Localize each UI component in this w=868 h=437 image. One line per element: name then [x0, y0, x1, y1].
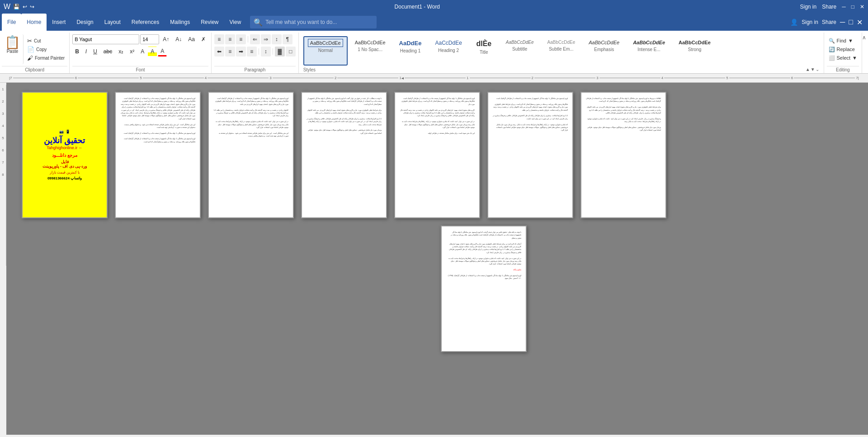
underline-button[interactable]: U: [90, 47, 100, 56]
clear-format-button[interactable]: ✗: [198, 34, 208, 44]
menu-item-references[interactable]: References: [126, 14, 165, 31]
decrease-indent-button[interactable]: ⇐: [250, 34, 260, 44]
menu-item-mailings[interactable]: Mailings: [165, 14, 195, 31]
quick-access-redo[interactable]: ↪: [30, 4, 34, 10]
ad-title: تحقیق آنلاین: [44, 136, 85, 146]
highlight-button[interactable]: A: [148, 47, 157, 56]
search-bar[interactable]: 🔍: [250, 16, 377, 28]
paragraph-group: ≡ ≡ ≡ ⇐ ⇒ ↕ ¶ ⬅ ≡ ➡ ≡ ↕ ▓ □ Paragraph: [212, 33, 299, 73]
style-intense-em[interactable]: AaBbCcDdEe Intense E...: [627, 36, 671, 66]
close-icon[interactable]: ✕: [860, 4, 864, 10]
format-painter-button[interactable]: 🖌 Format Painter: [24, 54, 67, 62]
page-3[interactable]: لورم ایپسوم متن ساختگی با تولید سادگی نا…: [208, 92, 294, 218]
font-size-input[interactable]: [140, 34, 159, 44]
align-left-button[interactable]: ⬅: [214, 47, 224, 56]
page-2[interactable]: لورم ایپسوم متن ساختگی با تولید سادگی نا…: [115, 92, 201, 218]
menu-item-file[interactable]: File: [2, 14, 21, 31]
page-7[interactable]: اطلاعات مربوط به لورم ایپسوم متن ساختگی …: [580, 92, 666, 218]
paste-button[interactable]: 📋 Paste: [2, 34, 24, 64]
ad-subtitle: مرجع دانلـــود: [52, 153, 77, 158]
collapse-icon[interactable]: ∧: [862, 34, 866, 41]
ruler-mark: [78, 78, 139, 78]
page-8[interactable]: با توجه به یافته های تحقیق حاضر می توان …: [441, 226, 527, 352]
replace-button[interactable]: 🔄 Replace: [827, 46, 857, 53]
ruler-mark: 1: [467, 76, 468, 80]
style-subtitle[interactable]: AaBbCcDdEe Subtitle: [500, 36, 540, 66]
style-strong[interactable]: AaBbCcDdEe Strong: [672, 36, 717, 66]
editing-group: 🔍 Find ▼ 🔄 Replace ⬜ Select ▼ Editing: [824, 33, 862, 73]
quick-access-undo[interactable]: ↩: [23, 4, 27, 10]
font-shrink-button[interactable]: A↓: [173, 34, 184, 44]
find-button[interactable]: 🔍 Find ▼: [827, 37, 855, 45]
border-button[interactable]: □: [286, 47, 296, 56]
restore-icon[interactable]: □: [851, 4, 854, 10]
find-dropdown-icon[interactable]: ▼: [848, 38, 853, 43]
ad-service2: ورد-پی دی اف - پاورپوینت: [42, 164, 87, 169]
style-subtle-em[interactable]: AaBbCcDdEe Subtle Em...: [541, 36, 582, 66]
ruler-mark: [599, 78, 660, 78]
sign-in-link[interactable]: Sign in: [800, 4, 817, 10]
ruler-indent-left[interactable]: ◂: [401, 75, 404, 80]
subscript-button[interactable]: x₂: [116, 47, 126, 56]
font-color-button[interactable]: A: [158, 47, 167, 56]
minimize-btn[interactable]: ─: [840, 18, 845, 26]
sign-in-btn[interactable]: Sign in: [802, 19, 818, 25]
doc-area[interactable]: 📷 📱 تحقیق آنلاین Tahghighonline.ir ← مرج…: [6, 83, 868, 435]
font-name-input[interactable]: [72, 34, 139, 44]
minimize-icon[interactable]: ─: [842, 4, 846, 10]
align-right-button[interactable]: ➡: [236, 47, 246, 56]
menu-item-view[interactable]: View: [224, 14, 247, 31]
show-marks-button[interactable]: ¶: [283, 34, 292, 44]
ribbon-collapse-btn[interactable]: ∧: [862, 33, 868, 73]
styles-expand[interactable]: ⌄: [816, 67, 819, 72]
search-input[interactable]: [265, 19, 373, 25]
menu-item-layout[interactable]: Layout: [99, 14, 126, 31]
style-emphasis-label: Emphasis: [594, 47, 614, 52]
line-spacing-button[interactable]: ↕: [261, 47, 271, 56]
style-heading1[interactable]: AaDdEe Heading 1: [393, 36, 428, 66]
menu-item-home[interactable]: Home: [21, 14, 47, 31]
font-grow-button[interactable]: A↑: [160, 34, 172, 44]
italic-button[interactable]: I: [83, 47, 90, 56]
style-heading2[interactable]: AaCcDdEe Heading 2: [429, 36, 468, 66]
page-5[interactable]: لورم ایپسوم متن ساختگی با تولید سادگی نا…: [394, 92, 480, 218]
share-button[interactable]: Share: [822, 4, 836, 10]
ad-icon2: 📱: [66, 130, 70, 134]
select-dropdown-icon[interactable]: ▼: [852, 55, 857, 61]
superscript-button[interactable]: x²: [127, 47, 137, 56]
copy-button[interactable]: 📄 Copy: [24, 46, 67, 53]
text-effects-button[interactable]: A: [138, 47, 147, 56]
style-no-spacing[interactable]: AaBbCcDdEe 1 No Spac...: [349, 36, 392, 66]
share-btn[interactable]: Share: [822, 19, 836, 25]
style-title[interactable]: dlÈe Title: [469, 36, 499, 66]
ruler-mark: [794, 78, 855, 78]
menu-item-design[interactable]: Design: [71, 14, 99, 31]
page-6[interactable]: لورم ایپسوم متن ساختگی با تولید سادگی نا…: [487, 92, 573, 218]
page-1[interactable]: 📷 📱 تحقیق آنلاین Tahghighonline.ir ← مرج…: [22, 92, 108, 218]
bold-button[interactable]: B: [72, 47, 82, 56]
center-button[interactable]: ≡: [225, 47, 235, 56]
numbering-button[interactable]: ≡: [225, 34, 235, 44]
v-ruler-mark: 7: [2, 160, 4, 164]
style-emphasis[interactable]: AaBbCcDdEe Emphasis: [582, 36, 626, 66]
cut-button[interactable]: ✂ Cut: [24, 37, 67, 45]
bullets-button[interactable]: ≡: [214, 34, 224, 44]
increase-indent-button[interactable]: ⇒: [261, 34, 271, 44]
page-4[interactable]: با توجه به مطالب ذکر شده در فوق می توان …: [301, 92, 387, 218]
select-button[interactable]: ⬜ Select ▼: [827, 54, 859, 62]
strikethrough-button[interactable]: abc: [101, 47, 115, 56]
multilevel-button[interactable]: ≡: [236, 34, 246, 44]
restore-btn[interactable]: □: [849, 18, 853, 26]
sort-button[interactable]: ↕: [272, 34, 282, 44]
menu-item-review[interactable]: Review: [195, 14, 224, 31]
justify-button[interactable]: ≡: [247, 47, 257, 56]
menu-item-insert[interactable]: Insert: [47, 14, 71, 31]
styles-scroll-up[interactable]: ▲: [806, 67, 810, 72]
style-normal[interactable]: AaBbCcDdEe Normal: [303, 36, 348, 66]
styles-scroll-down[interactable]: ▼: [811, 67, 815, 72]
change-case-button[interactable]: Aa: [185, 34, 198, 44]
shading-button[interactable]: ▓: [275, 47, 285, 56]
close-btn[interactable]: ✕: [857, 18, 863, 27]
style-no-spacing-preview: AaBbCcDdEe: [353, 39, 387, 46]
quick-access-save[interactable]: 💾: [13, 4, 20, 10]
